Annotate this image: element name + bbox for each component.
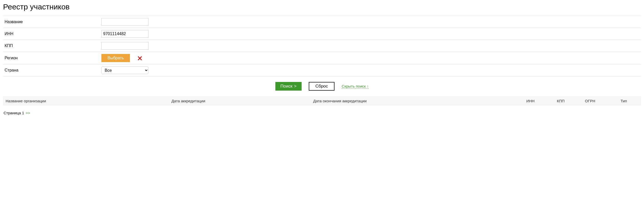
close-icon	[137, 56, 142, 61]
filter-row-country: Страна Все	[3, 64, 641, 76]
arrow-up-icon: ↑	[367, 84, 369, 88]
filter-row-kpp: КПП	[3, 40, 641, 52]
search-button[interactable]: Поиск>	[275, 82, 302, 91]
chevron-right-icon: >	[294, 84, 297, 89]
page-title: Реестр участников	[3, 3, 641, 11]
filter-row-region: Регион Выбрать	[3, 52, 641, 64]
filter-label-inn: ИНН	[5, 32, 101, 36]
reset-button[interactable]: Сброс	[309, 82, 334, 91]
filters-panel: Название ИНН КПП Регион Выбрать	[3, 16, 641, 76]
table-header-row: Название организации Дата аккредитации Д…	[3, 96, 641, 106]
filter-row-name: Название	[3, 16, 641, 28]
inn-input[interactable]	[101, 30, 149, 38]
filter-row-inn: ИНН	[3, 28, 641, 40]
filter-label-kpp: КПП	[5, 44, 101, 48]
region-select-button[interactable]: Выбрать	[101, 54, 130, 62]
filter-label-country: Страна	[5, 68, 101, 73]
th-type: Тип	[618, 96, 641, 106]
results-table: Название организации Дата аккредитации Д…	[3, 96, 641, 106]
hide-search-link[interactable]: Скрыть поиск ↑	[342, 84, 369, 89]
th-ogrn: ОГРН	[582, 96, 618, 106]
th-accred-date: Дата аккредитации	[169, 96, 311, 106]
th-org-name: Название организации	[3, 96, 169, 106]
filter-label-name: Название	[5, 20, 101, 24]
pagination: Страница 1 >>	[3, 111, 641, 115]
search-button-label: Поиск	[280, 84, 292, 89]
th-accred-end: Дата окончания аккредитации	[311, 96, 524, 106]
region-clear-button[interactable]	[137, 56, 142, 61]
page-label: Страница 1	[4, 111, 24, 115]
th-kpp: КПП	[554, 96, 582, 106]
action-bar: Поиск> Сброс Скрыть поиск ↑	[3, 76, 641, 95]
next-page-link[interactable]: >>	[26, 111, 30, 115]
country-select[interactable]: Все	[101, 66, 149, 74]
kpp-input[interactable]	[101, 42, 149, 50]
filter-label-region: Регион	[5, 56, 101, 60]
th-inn: ИНН	[524, 96, 554, 106]
name-input[interactable]	[101, 18, 149, 26]
hide-search-label: Скрыть поиск	[342, 84, 366, 88]
